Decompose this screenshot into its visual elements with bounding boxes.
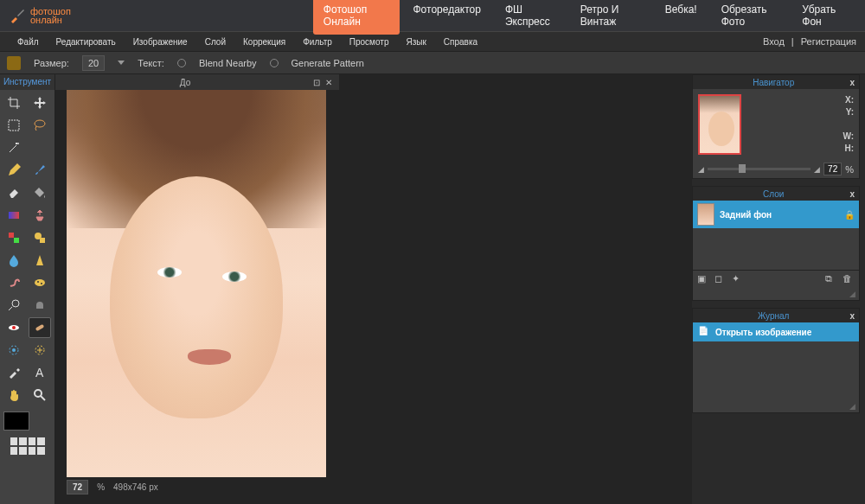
login-link[interactable]: Вход xyxy=(763,36,785,47)
brush-logo-icon xyxy=(9,7,26,24)
canvas-header: До ⊡ ✕ xyxy=(55,74,339,90)
hand-tool[interactable] xyxy=(3,385,25,405)
nav-item[interactable]: Фоторедактор xyxy=(403,0,491,35)
tool-grid: A xyxy=(0,90,54,408)
pencil-tool[interactable] xyxy=(3,160,25,181)
heal-tool[interactable] xyxy=(29,317,51,338)
replace-color-tool[interactable] xyxy=(3,227,25,248)
type-tool[interactable]: A xyxy=(29,362,51,383)
menu-item[interactable]: Язык xyxy=(397,37,434,47)
pinch-tool[interactable] xyxy=(29,340,51,360)
move-tool[interactable] xyxy=(29,93,51,113)
nav-item[interactable]: ФШ Экспресс xyxy=(495,0,567,35)
svg-rect-0 xyxy=(9,120,19,131)
zoom-out-icon[interactable]: ◢ xyxy=(698,165,704,174)
navigator-header: Навигатор x xyxy=(693,75,859,89)
bucket-tool[interactable] xyxy=(29,182,51,203)
svg-rect-5 xyxy=(14,238,19,243)
top-navigation: фотошопонлайн Фотошоп ОнлайнФоторедактор… xyxy=(0,0,865,31)
navigator-close-icon[interactable]: x xyxy=(849,78,855,87)
menu-item[interactable]: Коррекция xyxy=(234,37,294,47)
gradient-tool[interactable] xyxy=(3,205,25,226)
wand-tool[interactable] xyxy=(3,137,25,158)
canvas-status-bar: 72 % 498x746 px xyxy=(55,477,339,497)
smudge-tool[interactable] xyxy=(3,272,25,293)
dodge-tool[interactable] xyxy=(3,295,25,316)
blur-tool[interactable] xyxy=(3,250,25,271)
bloat-tool[interactable] xyxy=(3,340,25,360)
new-layer-icon[interactable]: ▣ xyxy=(697,273,709,285)
brush-tool[interactable] xyxy=(29,160,51,181)
fx-icon[interactable]: ✦ xyxy=(732,273,744,285)
nav-item[interactable]: Ретро И Винтаж xyxy=(570,0,651,35)
zoom-tool[interactable] xyxy=(29,385,51,405)
menu-item[interactable]: Файл xyxy=(9,37,48,47)
register-link[interactable]: Регистрация xyxy=(801,36,856,47)
minimize-icon[interactable]: ⊡ xyxy=(313,78,320,87)
blend-nearby-radio[interactable] xyxy=(177,59,186,67)
clone-tool[interactable] xyxy=(29,205,51,226)
size-label: Размер: xyxy=(34,58,69,68)
eraser-tool[interactable] xyxy=(3,182,25,203)
thumbnail-grid-icon[interactable] xyxy=(10,437,45,455)
nav-item[interactable]: Фотошоп Онлайн xyxy=(313,0,400,35)
nav-item[interactable]: Обрезать Фото xyxy=(711,0,789,35)
navigator-thumbnail[interactable] xyxy=(698,94,741,155)
sharpen-tool[interactable] xyxy=(29,250,51,271)
marquee-tool[interactable] xyxy=(3,115,25,136)
layers-panel: Слои x Задний фон 🔒 ▣ ◻ ✦ ⧉ 🗑 ◢ xyxy=(692,186,860,301)
size-dropdown-icon[interactable] xyxy=(118,61,125,65)
lock-icon[interactable]: 🔒 xyxy=(844,210,855,220)
zoom-unit: % xyxy=(97,482,105,492)
shape-tool[interactable] xyxy=(29,227,51,248)
layers-close-icon[interactable]: x xyxy=(849,189,855,199)
zoom-level[interactable]: 72 xyxy=(67,480,88,494)
canvas-title: До xyxy=(62,78,308,87)
lasso-tool[interactable] xyxy=(29,115,51,136)
nav-item[interactable]: Вебка! xyxy=(655,0,708,35)
text-label: Текст: xyxy=(138,58,164,68)
layer-row-background[interactable]: Задний фон 🔒 xyxy=(693,201,859,228)
sponge-tool[interactable] xyxy=(29,272,51,293)
close-canvas-icon[interactable]: ✕ xyxy=(325,78,332,87)
redeye-tool[interactable] xyxy=(3,317,25,338)
menu-item[interactable]: Изображение xyxy=(125,37,196,47)
layers-footer: ▣ ◻ ✦ ⧉ 🗑 xyxy=(693,270,859,288)
menu-item[interactable]: Слой xyxy=(196,37,234,47)
svg-point-2 xyxy=(17,143,19,144)
generate-pattern-radio[interactable] xyxy=(270,59,279,67)
layers-title: Слои xyxy=(697,189,849,199)
resize-grip[interactable]: ◢ xyxy=(693,400,859,412)
site-logo[interactable]: фотошопонлайн xyxy=(9,7,71,24)
menu-item[interactable]: Просмотр xyxy=(341,37,398,47)
foreground-color[interactable] xyxy=(3,411,29,431)
menu-item[interactable]: Редактировать xyxy=(48,37,125,47)
auth-links: Вход | Регистрация xyxy=(763,36,856,47)
canvas-image[interactable] xyxy=(67,90,326,477)
zoom-in-icon[interactable]: ◢ xyxy=(814,165,820,174)
menu-item[interactable]: Фильтр xyxy=(294,37,341,47)
history-item-open[interactable]: 📄 Открыть изображение xyxy=(693,322,859,341)
history-close-icon[interactable]: x xyxy=(849,311,855,321)
svg-point-16 xyxy=(12,348,16,352)
svg-point-19 xyxy=(35,390,42,397)
document-icon: 📄 xyxy=(698,326,710,338)
svg-point-11 xyxy=(12,300,19,307)
mask-icon[interactable]: ◻ xyxy=(714,273,727,285)
size-value-input[interactable]: 20 xyxy=(82,55,105,71)
history-title: Журнал xyxy=(697,311,849,321)
duplicate-icon[interactable]: ⧉ xyxy=(825,273,837,285)
crop-tool[interactable] xyxy=(3,93,25,113)
svg-text:A: A xyxy=(35,366,44,380)
burn-tool[interactable] xyxy=(29,295,51,316)
tool-options-bar: Размер: 20 Текст: Blend Nearby Generate … xyxy=(0,52,865,74)
resize-grip[interactable]: ◢ xyxy=(693,288,859,300)
trash-icon[interactable]: 🗑 xyxy=(843,273,855,285)
nav-item[interactable]: Убрать Фон xyxy=(791,0,856,35)
navigator-zoom-value[interactable]: 72 xyxy=(823,163,842,175)
menu-item[interactable]: Справка xyxy=(435,37,486,47)
svg-point-1 xyxy=(35,120,45,127)
zoom-slider-track[interactable] xyxy=(708,168,811,170)
zoom-slider-handle[interactable] xyxy=(739,164,746,173)
eyedropper-tool[interactable] xyxy=(3,362,25,383)
